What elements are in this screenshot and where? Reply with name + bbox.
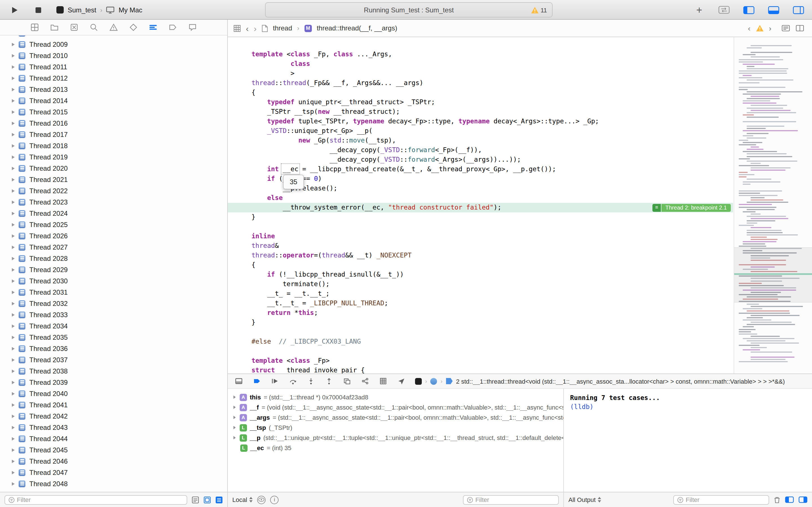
disclosure-triangle[interactable] xyxy=(12,133,15,136)
code-line[interactable]: terminate(); xyxy=(228,279,733,289)
code-line[interactable]: } xyxy=(228,212,733,222)
disclosure-triangle[interactable] xyxy=(12,336,15,339)
code-line[interactable]: __decay_copy(_VSTD::forward<_Fp>(__f)), xyxy=(228,145,733,155)
thread-row[interactable]: Thread 2042 xyxy=(0,411,227,422)
variable-row[interactable]: Athis= (std::__1::thread *) 0x70004af23a… xyxy=(228,392,563,402)
thread-row[interactable]: Thread 2020 xyxy=(0,163,227,174)
add-editor-button[interactable]: + xyxy=(694,4,705,15)
add-editor-split-icon[interactable] xyxy=(796,25,804,32)
toggle-inspectors-button[interactable] xyxy=(793,4,804,15)
variables-filter-input[interactable] xyxy=(475,496,555,503)
disclosure-triangle[interactable] xyxy=(234,395,236,399)
view-mode-list-icon[interactable] xyxy=(215,496,223,504)
thread-row[interactable]: Thread 2022 xyxy=(0,185,227,196)
code-line[interactable]: new _Gp(std::move(__tsp), xyxy=(228,136,733,145)
thread-row[interactable]: Thread 2048 xyxy=(0,478,227,490)
code-line[interactable]: _VSTD::unique_ptr<_Gp> __p( xyxy=(228,126,733,136)
disclosure-triangle[interactable] xyxy=(12,370,15,373)
disclosure-triangle[interactable] xyxy=(12,448,15,452)
disclosure-triangle[interactable] xyxy=(12,392,15,395)
find-navigator-icon[interactable] xyxy=(90,23,98,32)
thread-row[interactable]: Thread 2045 xyxy=(0,445,227,456)
variables-view[interactable]: Athis= (std::__1::thread *) 0x70004af23a… xyxy=(228,389,563,492)
editor-options-icon[interactable] xyxy=(781,25,790,32)
step-out-button[interactable] xyxy=(325,378,333,385)
disclosure-triangle[interactable] xyxy=(12,43,15,46)
disclosure-triangle[interactable] xyxy=(12,234,15,238)
console-filter-input[interactable] xyxy=(686,496,765,503)
thread-row[interactable]: Thread 2028 xyxy=(0,253,227,264)
code-line[interactable]: else xyxy=(228,193,733,203)
code-line[interactable]: #else // _LIBCPP_CXX03_LANG xyxy=(228,337,733,346)
code-line[interactable]: _TSPtr __tsp(new __thread_struct); xyxy=(228,107,733,117)
thread-row[interactable]: Thread 2046 xyxy=(0,456,227,467)
disclosure-triangle[interactable] xyxy=(12,279,15,283)
code-line[interactable]: int __ec = __libcpp_thread_create(&__t_,… xyxy=(228,165,733,174)
variable-row[interactable]: L__ec= (int) 35 xyxy=(228,443,563,453)
thread-row[interactable]: Thread 2038 xyxy=(0,365,227,377)
disclosure-triangle[interactable] xyxy=(12,223,15,226)
variable-row[interactable]: L__tsp(_TSPtr) xyxy=(228,422,563,433)
toggle-variables-view-button[interactable] xyxy=(785,496,794,503)
jumpbar-file[interactable]: thread xyxy=(273,24,292,32)
disclosure-triangle[interactable] xyxy=(12,54,15,57)
quicklook-eye-button[interactable] xyxy=(257,496,266,504)
disclosure-triangle[interactable] xyxy=(12,437,15,441)
thread-row[interactable]: Thread 2039 xyxy=(0,377,227,388)
thread-row[interactable]: Thread 2033 xyxy=(0,309,227,321)
disclosure-triangle[interactable] xyxy=(12,381,15,384)
disclosure-triangle[interactable] xyxy=(12,291,15,294)
disclosure-triangle[interactable] xyxy=(12,65,15,69)
disclosure-triangle[interactable] xyxy=(12,460,15,463)
clear-console-button[interactable] xyxy=(774,496,780,503)
previous-issue-button[interactable]: ‹ xyxy=(748,24,751,32)
disclosure-triangle[interactable] xyxy=(12,212,15,215)
thread-row[interactable]: Thread 2024 xyxy=(0,208,227,219)
code-line[interactable]: template <class _Fp> xyxy=(228,356,733,365)
code-line[interactable]: template <class _Fp, class ..._Args, xyxy=(228,50,733,59)
disclosure-triangle[interactable] xyxy=(12,313,15,317)
code-line[interactable]: typedef unique_ptr<__thread_struct> _TSP… xyxy=(228,98,733,107)
thread-row[interactable]: Thread 2043 xyxy=(0,422,227,433)
thread-row[interactable]: Thread 2047 xyxy=(0,467,227,478)
thread-row[interactable]: Thread 2016 xyxy=(0,118,227,129)
disclosure-triangle[interactable] xyxy=(234,416,236,419)
thread-row[interactable]: Thread 2019 xyxy=(0,152,227,163)
thread-row[interactable]: Thread 2036 xyxy=(0,343,227,354)
disclosure-triangle[interactable] xyxy=(12,178,15,181)
disclosure-triangle[interactable] xyxy=(12,201,15,204)
back-button[interactable]: ‹ xyxy=(246,24,249,33)
navigator-filter-field[interactable] xyxy=(4,495,187,504)
code-line[interactable]: thread::thread(_Fp&& __f, _Args&&... __a… xyxy=(228,78,733,88)
disclosure-triangle[interactable] xyxy=(12,99,15,103)
disclosure-triangle[interactable] xyxy=(12,325,15,328)
info-button[interactable]: i xyxy=(270,496,279,504)
debug-view-hierarchy-button[interactable] xyxy=(343,378,351,385)
code-line[interactable]: > xyxy=(228,69,733,78)
stop-button[interactable] xyxy=(33,4,44,15)
disclosure-triangle[interactable] xyxy=(12,156,15,159)
disclosure-triangle[interactable] xyxy=(12,403,15,407)
disclosure-triangle[interactable] xyxy=(12,358,15,362)
disclosure-triangle[interactable] xyxy=(12,426,15,429)
code-line[interactable]: { xyxy=(228,260,733,270)
simulate-location-button[interactable] xyxy=(397,378,405,385)
minimap-viewport[interactable] xyxy=(734,247,812,302)
code-line[interactable]: if (!__libcpp_thread_isnull(&__t_)) xyxy=(228,270,733,279)
variable-row[interactable]: A__args= (std::__1::__async_assoc_state<… xyxy=(228,412,563,422)
code-line[interactable]: class xyxy=(228,59,733,69)
symbol-navigator-icon[interactable] xyxy=(70,23,79,32)
disclosure-triangle[interactable] xyxy=(12,189,15,193)
hide-debug-area-button[interactable] xyxy=(235,378,243,385)
disclosure-triangle[interactable] xyxy=(12,257,15,260)
thread-row[interactable]: Thread 2012 xyxy=(0,73,227,84)
variable-row[interactable]: L__p(std::__1::unique_ptr<std::__1::tupl… xyxy=(228,433,563,443)
variables-filter-field[interactable] xyxy=(463,495,559,504)
code-line[interactable]: __t_ = __t.__t_; xyxy=(228,289,733,298)
disclosure-triangle[interactable] xyxy=(12,110,15,114)
scheme-selector[interactable]: Sum_test › My Mac xyxy=(56,6,142,14)
disclosure-triangle[interactable] xyxy=(234,406,236,409)
disclosure-triangle[interactable] xyxy=(12,414,15,418)
thread-row[interactable]: Thread 2034 xyxy=(0,321,227,332)
disclosure-triangle[interactable] xyxy=(12,167,15,170)
